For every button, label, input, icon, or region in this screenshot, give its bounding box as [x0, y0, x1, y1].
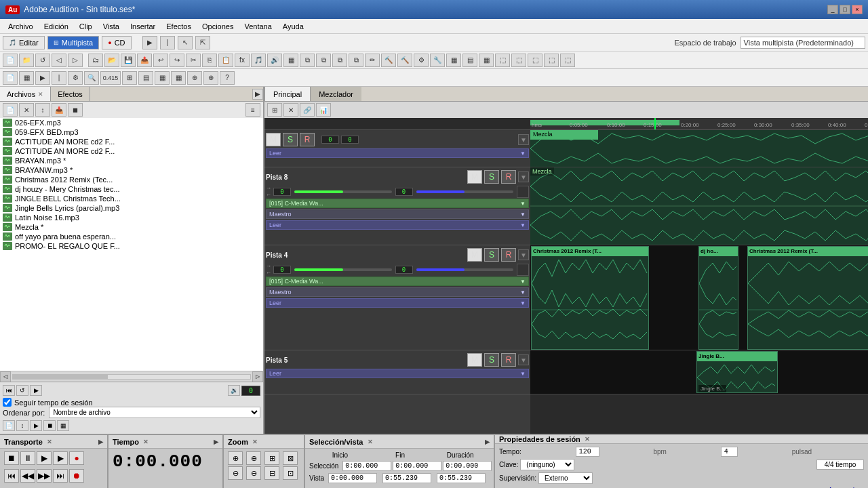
- transport-pause[interactable]: ⏸: [20, 451, 35, 465]
- redo-btn[interactable]: ↪: [170, 54, 184, 67]
- r4-btn[interactable]: |: [52, 71, 66, 85]
- zoom-in-h[interactable]: ⊕: [228, 451, 243, 465]
- clave-select[interactable]: (ninguno): [520, 459, 574, 470]
- transport-toend[interactable]: ⏭: [53, 469, 68, 483]
- track8-m-btn[interactable]: M: [467, 170, 482, 184]
- sel-dur-input[interactable]: [443, 461, 492, 471]
- save-btn[interactable]: 💾: [121, 54, 136, 67]
- master-mode-btn[interactable]: Leer ▼: [266, 148, 529, 158]
- rewind-btn[interactable]: ↖: [178, 36, 193, 49]
- copy-btn[interactable]: ⎘: [202, 54, 217, 67]
- r14-btn[interactable]: ?: [220, 71, 235, 85]
- master-r-btn[interactable]: R: [300, 133, 315, 146]
- action-btn-3[interactable]: ▶: [30, 420, 42, 431]
- workspace-dropdown[interactable]: Vista multipista (Predeterminado): [741, 37, 865, 49]
- r11-btn[interactable]: ▦: [171, 71, 186, 85]
- menu-archivo[interactable]: Archivo: [3, 21, 39, 32]
- w13-btn[interactable]: ⬚: [495, 54, 510, 67]
- close-button[interactable]: ×: [852, 5, 863, 14]
- undo-btn[interactable]: ↩: [153, 54, 168, 67]
- cd-mode-btn[interactable]: ● CD: [102, 36, 131, 49]
- w8-btn[interactable]: ⚙: [414, 54, 429, 67]
- file-item-mezcla[interactable]: Mezcla *: [0, 222, 263, 232]
- tl-snap2-btn[interactable]: ✕: [283, 103, 298, 117]
- w16-btn[interactable]: ⬚: [544, 54, 559, 67]
- vis-inicio-input[interactable]: [328, 473, 377, 483]
- track4-block-1[interactable]: Christmas 2012 Remix (T...: [531, 246, 649, 350]
- fx2-btn[interactable]: 🎵: [251, 54, 266, 67]
- w14-btn[interactable]: ⬚: [511, 54, 526, 67]
- track4-r-btn[interactable]: R: [501, 248, 516, 262]
- supervision-select[interactable]: Externo: [538, 472, 593, 484]
- menu-opciones[interactable]: Opciones: [197, 21, 239, 32]
- transport-tostart[interactable]: ⏮: [4, 469, 19, 483]
- transport-arrow[interactable]: ▶: [98, 439, 103, 445]
- zoom-full[interactable]: ⊠: [283, 451, 298, 465]
- transport-rewind[interactable]: ◀◀: [20, 469, 35, 483]
- r3-btn[interactable]: ▶: [35, 71, 50, 85]
- selection-close[interactable]: ✕: [368, 439, 373, 445]
- action-btn-1[interactable]: 📄: [3, 420, 15, 431]
- vis-dur-input[interactable]: [437, 473, 486, 483]
- sort-select[interactable]: Nombre de archivo: [49, 407, 260, 418]
- zoom-out-h[interactable]: ⊖: [228, 466, 243, 480]
- sel-fin-input[interactable]: [393, 461, 441, 471]
- r6-btn[interactable]: 🔍: [84, 71, 99, 85]
- action-btn-5[interactable]: ▦: [57, 420, 69, 431]
- r1-btn[interactable]: 📄: [3, 71, 18, 85]
- minimize-button[interactable]: _: [827, 5, 838, 14]
- menu-edicion[interactable]: Edición: [39, 21, 74, 32]
- track4-m-btn[interactable]: M: [467, 248, 482, 262]
- w11-btn[interactable]: ▤: [462, 54, 477, 67]
- menu-ayuda[interactable]: Ayuda: [277, 21, 309, 32]
- track4-source[interactable]: [015] C-Media Wa... ▼: [266, 277, 529, 286]
- file-loop-btn[interactable]: ↺: [16, 385, 28, 396]
- file-item-brayanw[interactable]: BRAYANW.mp3 *: [0, 165, 263, 175]
- r9-btn[interactable]: ▤: [138, 71, 153, 85]
- play-file-btn[interactable]: ⏹: [68, 103, 83, 117]
- track8-dest[interactable]: Maestro ▼: [266, 209, 529, 219]
- import-btn[interactable]: 📥: [52, 103, 66, 117]
- open-btn[interactable]: 📁: [19, 54, 34, 67]
- vol-down-btn[interactable]: 🔉: [228, 385, 240, 396]
- master-collapse-btn[interactable]: ▼: [518, 134, 529, 145]
- select-btn[interactable]: ⇱: [195, 36, 210, 49]
- fx3-btn[interactable]: 🔊: [267, 54, 282, 67]
- fwd-btn[interactable]: ▷: [68, 54, 83, 67]
- w2-btn[interactable]: ⧉: [316, 54, 331, 67]
- t1-btn[interactable]: [84, 54, 87, 67]
- tl-snap-btn[interactable]: ⊞: [267, 103, 282, 117]
- r2-btn[interactable]: ▦: [19, 71, 34, 85]
- refresh-btn[interactable]: ↺: [35, 54, 50, 67]
- file-item-offyayo[interactable]: off yayo para buena esperan...: [0, 232, 263, 241]
- tab-mezclador[interactable]: Mezclador: [311, 87, 361, 101]
- w12-btn[interactable]: ▦: [479, 54, 494, 67]
- track5-s-btn[interactable]: S: [484, 353, 499, 367]
- master-waveform-row[interactable]: Mezcla: [530, 130, 868, 167]
- tiempo-arrow[interactable]: ▶: [214, 439, 218, 445]
- tempo-input[interactable]: [576, 447, 599, 457]
- play-btn[interactable]: ▶: [142, 36, 157, 49]
- track4-waveform-row[interactable]: Christmas 2012 Remix (T...: [530, 245, 868, 350]
- track8-waveform-row[interactable]: Mezcla: [530, 167, 868, 245]
- export-btn[interactable]: 📤: [137, 54, 152, 67]
- w4-btn[interactable]: ⧉: [349, 54, 363, 67]
- track5-collapse-btn[interactable]: ▼: [518, 354, 529, 365]
- w10-btn[interactable]: ▦: [446, 54, 461, 67]
- panel-expand-btn[interactable]: ▶: [252, 89, 263, 100]
- folder2-btn[interactable]: 📂: [104, 54, 119, 67]
- track4-dest[interactable]: Maestro ▼: [266, 287, 529, 297]
- file-item-brayan[interactable]: BRAYAN.mp3 *: [0, 156, 263, 165]
- track8-collapse-btn[interactable]: ▼: [518, 171, 529, 182]
- menu-vista[interactable]: Vista: [98, 21, 125, 32]
- r5-btn[interactable]: ⚙: [68, 71, 83, 85]
- cut-btn[interactable]: ✂: [186, 54, 201, 67]
- w3-btn[interactable]: ⧉: [332, 54, 347, 67]
- transport-rec[interactable]: ●: [69, 451, 84, 465]
- master-m-btn[interactable]: M: [266, 133, 281, 146]
- zoom-in-sel[interactable]: ⊞: [264, 451, 279, 465]
- r7-btn[interactable]: 0.415: [100, 71, 121, 85]
- selection-arrow[interactable]: ▶: [485, 439, 490, 445]
- prev-file-btn[interactable]: ⏮: [3, 385, 15, 396]
- delete-file-btn[interactable]: ✕: [19, 103, 34, 117]
